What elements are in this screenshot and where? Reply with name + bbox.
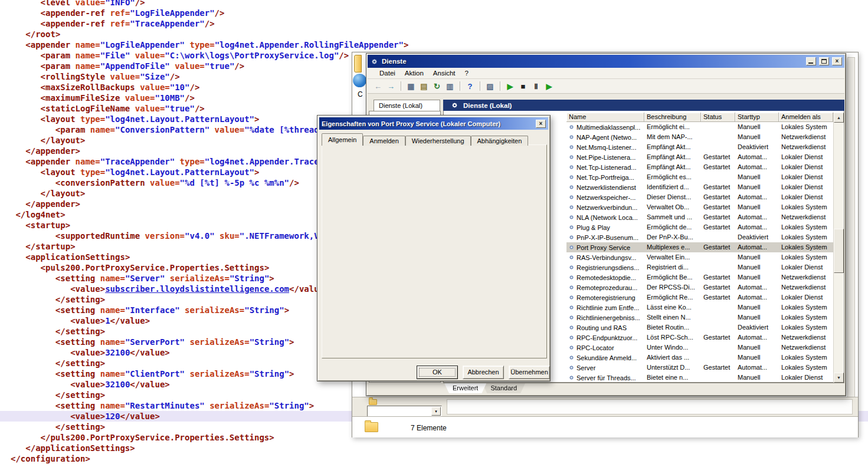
service-row[interactable]: Net.Tcp-Portfreiga...Ermöglicht es...Man… [566,172,833,182]
menu-item-datei[interactable]: Datei [375,68,400,78]
service-row[interactable]: Routing und RASBietet Routin...Deaktivie… [566,323,833,333]
service-row[interactable]: RPC-LocatorUnter Windo...ManuellNetzwerk… [566,343,833,353]
menu-item-ansicht[interactable]: Ansicht [428,68,460,78]
dialog-title-bar[interactable]: Eigenschaften von Port Proxy Service (Lo… [319,117,548,130]
service-status [701,302,735,312]
code-line[interactable]: </configuration> [11,453,868,464]
service-row[interactable]: NAP-Agent (Netwo...Mit dem NAP-...Manuel… [566,132,833,142]
service-starttype: Automat... [735,152,779,162]
code-line[interactable]: </root> [11,29,868,40]
column-header-status[interactable]: Status [701,113,735,122]
button-ok[interactable]: OK [417,366,458,379]
restart-service-icon[interactable]: ▶ [543,81,555,92]
button-uebernehmen[interactable]: Übernehmen [509,366,550,379]
service-description: Ermöglicht Be... [644,272,701,282]
service-row[interactable]: Registrierungsdiens...Registriert di...M… [566,262,833,272]
service-row[interactable]: Netzwerkverbindun...Verwaltet Ob...Gesta… [566,202,833,212]
view-tab-standard[interactable]: Standard [482,383,525,393]
service-name-cell: Richtlinie zum Entfe... [566,302,644,312]
service-row[interactable]: Remotedesktopdie...Ermöglicht Be...Gesta… [566,272,833,282]
scroll-down-icon[interactable]: ▼ [834,373,844,383]
service-row[interactable]: Port Proxy ServiceMultiplexes e...Gestar… [566,242,833,252]
export-list-icon[interactable]: ▤ [418,81,430,92]
code-line[interactable]: <level value="INFO"/> [11,0,868,8]
console-pane-tab[interactable]: Dienste (Lokal) [374,100,440,111]
code-token: > [155,412,159,421]
service-row[interactable]: ServerUnterstützt D...GestartetAutomat..… [566,363,833,373]
button-abbrechen[interactable]: Abbrechen [463,366,504,379]
service-row[interactable]: Server für Threads...Bietet eine n...Man… [566,373,833,383]
services-title-bar[interactable]: Dienste × [368,55,844,68]
code-token [11,401,55,410]
service-row[interactable]: RemoteregistrierungErmöglicht Re...Gesta… [566,292,833,302]
pause-service-icon[interactable]: Ⅱ [530,81,542,92]
code-line[interactable]: <appender name="LogFileAppender" type="l… [11,40,868,50]
service-description: Empfängt Akt... [644,152,701,162]
close-button[interactable]: × [832,57,842,65]
service-row[interactable]: NLA (Network Loca...Sammelt und ...Gesta… [566,212,833,222]
show-console-tree-icon[interactable]: ▦ [405,81,417,92]
service-row[interactable]: RPC-Endpunktzuor...Löst RPC-Sch...Gestar… [566,333,833,343]
forward-icon[interactable]: → [385,81,397,92]
code-token: </root [25,29,55,39]
column-header-beschreibung[interactable]: Beschreibung [644,113,701,122]
service-row[interactable]: Net.Msmq-Listener...Empfängt Akt...Deakt… [566,142,833,152]
view-tab-erweitert[interactable]: Erweitert [444,383,486,393]
column-header-anmelden-als[interactable]: Anmelden als [779,113,833,122]
help-icon[interactable]: ? [464,81,476,92]
service-row[interactable]: Richtlinienergebniss...Stellt einen N...… [566,312,833,323]
folder-combobox[interactable]: ▼ [367,406,442,417]
column-header-starttyp[interactable]: Starttyp [735,113,779,122]
minimize-button[interactable] [806,57,816,65]
back-icon[interactable]: ← [372,81,384,92]
maximize-button[interactable] [819,57,829,65]
toolbar: ←→▦▤↻▥?▨▶■Ⅱ▶ [368,79,844,94]
code-line[interactable]: <appender-ref ref="TraceAppender"/> [11,18,868,29]
scrollbar-thumb[interactable] [834,229,844,273]
service-row[interactable]: Net.Tcp-Listenerad...Empfängt Akt...Gest… [566,162,833,172]
service-row[interactable]: Plug & PlayErmöglicht de...GestartetAuto… [566,222,833,232]
service-gear-icon [568,254,575,261]
column-header-name[interactable]: Name [566,113,644,122]
code-token: = [95,51,100,60]
start-service-icon[interactable]: ▶ [505,81,516,92]
tab-wiederherstellung[interactable]: Wiederherstellung [405,136,471,146]
combo-dropdown-icon[interactable]: ▼ [431,407,441,416]
code-token [11,199,25,209]
stop-service-icon[interactable]: ■ [517,81,529,92]
tab-anmelden[interactable]: Anmelden [363,136,405,146]
close-button[interactable]: × [536,120,546,128]
code-token: 120 [105,412,120,421]
service-row[interactable]: Net.Pipe-Listenera...Empfängt Akt...Gest… [566,152,833,162]
service-row[interactable]: Richtlinie zum Entfe...Lässt eine Ko...M… [566,302,833,312]
service-row[interactable]: RAS-Verbindungsv...Verwaltet Ein...Manue… [566,252,833,262]
service-row[interactable]: PnP-X-IP-Busenum...Der PnP-X-Bu...Deakti… [566,232,833,242]
refresh-icon[interactable]: ↻ [431,81,443,92]
service-row[interactable]: Sekundäre Anmeld...Aktiviert das ...Manu… [566,353,833,363]
scroll-up-icon[interactable]: ▲ [834,113,844,123]
code-token: name [95,369,120,379]
service-row[interactable]: Netzwerkspeicher-...Dieser Dienst...Gest… [566,192,833,202]
menu-item-aktion[interactable]: Aktion [400,68,428,78]
code-token: <setting [55,337,95,347]
service-row[interactable]: NetzwerklistendienstIdentifiziert d...Ge… [566,182,833,192]
code-line[interactable]: </applicationSettings> [11,443,868,453]
tab-allgemein[interactable]: Allgemein [322,133,363,146]
menu-item-item[interactable]: ? [460,68,473,78]
service-logon-as: Lokales System [779,222,833,232]
service-row[interactable]: Multimediaklassenpl...Ermöglicht ei...Ma… [566,122,833,132]
service-status: Gestartet [701,192,735,202]
background-scrollbar[interactable] [847,57,855,411]
service-row[interactable]: Remoteprozedurau...Der RPCSS-Di...Gestar… [566,282,833,292]
service-gear-icon [568,194,575,201]
tab-abhaengigkeiten[interactable]: Abhängigkeiten [471,136,529,146]
service-description: Der PnP-X-Bu... [644,232,701,242]
status-text: 7 Elemente [411,424,447,432]
services-scrollbar[interactable]: ▲ ▼ [833,113,843,383]
code-token [11,51,41,60]
code-line[interactable]: <appender-ref ref="LogFileAppender"/> [11,8,868,18]
extended-view-icon[interactable]: ▨ [484,81,496,92]
service-description: Sammelt und ... [644,212,701,222]
service-gear-icon [568,334,575,341]
properties-icon[interactable]: ▥ [444,81,456,92]
